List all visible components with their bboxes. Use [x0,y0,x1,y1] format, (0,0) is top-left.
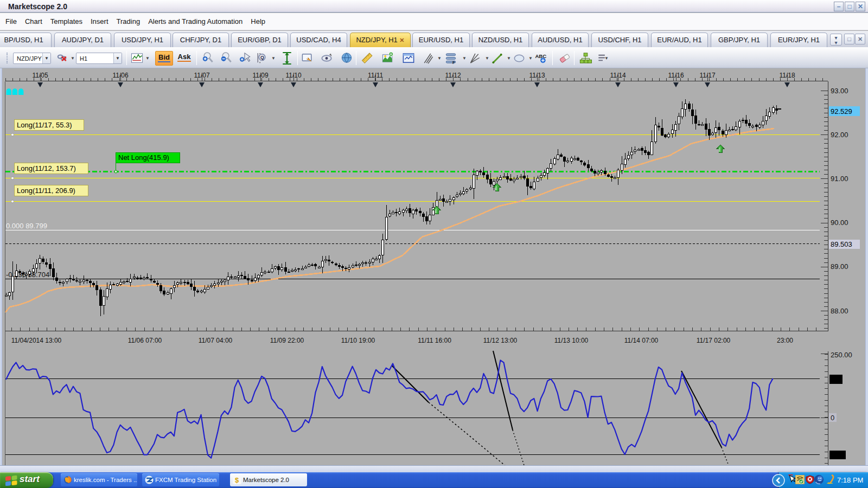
svg-text:90.00: 90.00 [831,219,848,227]
svg-text:250.00: 250.00 [831,351,852,359]
svg-text:11/04/2014 13:00: 11/04/2014 13:00 [11,337,62,344]
svg-text:ABC: ABC [535,53,546,59]
svg-text:92.529: 92.529 [831,107,852,115]
svg-text:Net Long(415.9): Net Long(415.9) [118,153,169,162]
svg-text:11/07 04:00: 11/07 04:00 [199,337,233,344]
svg-text:92.00: 92.00 [831,131,848,139]
svg-text:11/11 16:00: 11/11 16:00 [418,337,451,344]
svg-text:Long(11/12, 153.7): Long(11/12, 153.7) [17,164,76,172]
svg-text:91.00: 91.00 [831,175,848,183]
svg-text:Q: Q [260,55,264,60]
svg-text:11/13 10:00: 11/13 10:00 [554,337,589,344]
svg-text:11/06 07:00: 11/06 07:00 [128,337,162,344]
svg-text:$: $ [235,476,239,484]
svg-text:11/14 07:00: 11/14 07:00 [624,337,659,344]
svg-text:11/09 22:00: 11/09 22:00 [270,337,304,344]
svg-text:11/10 19:00: 11/10 19:00 [341,337,375,344]
svg-text:23:00: 23:00 [777,337,793,344]
svg-text:89.00: 89.00 [831,262,848,271]
svg-text:0.000 89.799: 0.000 89.799 [6,222,47,230]
svg-text:11/17 02:00: 11/17 02:00 [697,337,731,344]
svg-text:93.00: 93.00 [831,87,848,95]
svg-text:0: 0 [831,414,834,422]
svg-text:88.00: 88.00 [831,307,848,315]
svg-text:89.503: 89.503 [831,240,852,248]
svg-text:Long(11/17, 55.3): Long(11/17, 55.3) [17,121,72,129]
svg-text:11/12 13:00: 11/12 13:00 [483,337,518,344]
svg-text:Long(11/11, 206.9): Long(11/11, 206.9) [17,187,75,195]
svg-text:F: F [452,60,455,65]
